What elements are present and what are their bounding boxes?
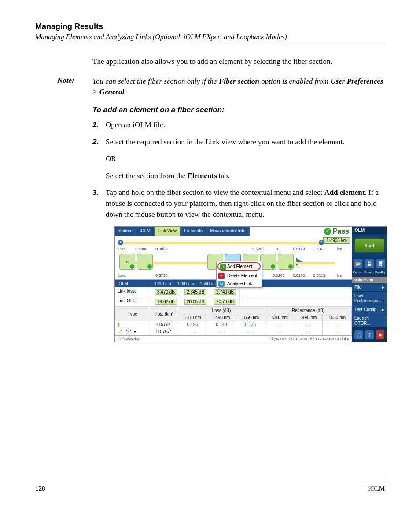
ll-1490: 2.845 dB (184, 289, 206, 295)
step-2b: Select the section from the Elements tab… (106, 171, 385, 182)
total-distance-badge: 1.4905 km (323, 237, 350, 244)
tab-measurement-info[interactable]: Measurement Info (206, 227, 250, 236)
chevron-right-icon: ▸ (382, 307, 384, 312)
tab-iolm[interactable]: iOLM (136, 227, 155, 236)
len-km: km (331, 273, 348, 278)
summary-title: iOLM (115, 280, 151, 287)
step-2-num: 2. (92, 137, 106, 148)
step-2b-bold: Elements (188, 172, 217, 180)
note-b1: Fiber section (219, 77, 259, 85)
menu-test-config[interactable]: Test Config.▸ (352, 305, 387, 314)
minus-icon: − (218, 273, 225, 279)
r0-r2: --- (294, 321, 323, 328)
procedure-title: To add an element on a fiber section: (92, 106, 385, 114)
link-loss-row: Link loss: 3.470 dB 2.845 dB 2.749 dB (115, 287, 352, 297)
event-icon: ▮ (117, 322, 120, 327)
step-1: 1. Open an iOLM file. (92, 120, 385, 131)
step-2-or: OR (106, 154, 385, 165)
pos-1: 0.0030 (153, 247, 170, 251)
ll-1550: 2.749 dB (214, 289, 236, 295)
status-right: Filename: 1310 1490 1550 Close events.io… (269, 337, 349, 341)
note-label: Note: (35, 76, 92, 85)
tab-link-view[interactable]: Link View (155, 227, 181, 236)
menu-launch-otdr[interactable]: Launch OTDR... (352, 314, 387, 328)
step-3-pre: Tap and hold on the fiber section to vie… (106, 188, 324, 197)
element-node-4[interactable] (260, 254, 276, 270)
step-2: 2. Select the required section in the Li… (92, 137, 385, 148)
pass-label: Pass (333, 227, 349, 235)
menu-file[interactable]: File▸ (352, 283, 387, 292)
section-subtitle: Managing Elements and Analyzing Links (O… (35, 33, 385, 44)
sidebar-title: iOLM (352, 227, 387, 234)
marker-a-icon[interactable]: A (118, 240, 123, 245)
note-b2: User Preferences (330, 77, 383, 85)
tab-source[interactable]: Source (115, 227, 136, 236)
link-view-area: 1.4905 km A B Pos. 0.0000 0.0030 0.5767 … (115, 236, 352, 279)
config-label: Config. (375, 270, 386, 274)
open-button[interactable]: 📂 (353, 259, 363, 268)
len-4: 0.0201 (270, 273, 287, 278)
ll-1310: 3.470 dB (155, 289, 177, 295)
note-block: Note: You can select the fiber section o… (35, 76, 385, 98)
chevron-right-icon: ▸ (382, 285, 384, 290)
th-l-1550: 1550 nm (236, 314, 265, 321)
pos-6: 0.6 (310, 247, 328, 251)
step-1-body: Open an iOLM file. (106, 120, 385, 131)
info-button[interactable]: ⓘ (354, 330, 363, 339)
r1-type: 1:2* (124, 329, 132, 334)
help-button[interactable]: ? (365, 330, 374, 339)
step-3: 3. Tap and hold on the fiber section to … (92, 187, 385, 220)
intro-paragraph: The application also allows you to add a… (92, 56, 385, 67)
dropdown-icon[interactable]: ▾ (133, 329, 137, 334)
element-node-1[interactable] (137, 254, 153, 270)
marker-b-icon[interactable]: B (319, 240, 324, 245)
step-1-num: 1. (92, 120, 106, 131)
step-3-bold: Add element (324, 188, 365, 197)
len-5: 0.0160 (290, 273, 308, 278)
tab-elements[interactable]: Elements (181, 227, 206, 236)
step-3-body: Tap and hold on the fiber section to vie… (106, 187, 385, 220)
step-2b-pre: Select the section from the (106, 172, 188, 180)
close-button[interactable]: ✖ (376, 330, 384, 339)
pos-5: 0.6128 (290, 247, 308, 251)
save-button[interactable]: 💾 (365, 259, 374, 268)
pass-icon (324, 228, 331, 235)
page-footer: 128 iOLM (35, 482, 385, 492)
r1-l1: --- (178, 328, 207, 335)
table-row[interactable]: ⎇ 1:2* ▾ 0.5767* --- --- --- --- --- --- (115, 328, 352, 335)
context-menu: + Add Element... − Delete Element ↻ Anal… (216, 261, 262, 288)
menu-user-preferences[interactable]: User Preferences... (352, 292, 387, 305)
app-screenshot: Source iOLM Link View Elements Measureme… (114, 226, 387, 342)
overview-slider[interactable]: A B (120, 242, 322, 244)
config-button[interactable]: 📊 (376, 259, 386, 268)
len-label: Len. (118, 273, 130, 278)
status-bar: DefaultSetup Filename: 1310 1490 1550 Cl… (115, 335, 352, 342)
len-6: 0.0113 (310, 273, 328, 278)
step-2b-post: tab. (217, 172, 230, 180)
step-2-body: Select the required section in the Link … (106, 137, 385, 148)
chart-icon: 📊 (378, 261, 383, 266)
pos-km: km (331, 247, 348, 251)
table-row[interactable]: ▮ 0.5767 0.196 0.148 0.136 --- --- --- (115, 321, 352, 328)
folder-icon: 📂 (355, 261, 361, 266)
step-3-num: 3. (92, 187, 106, 198)
th-refl: Reflectance (dB) (265, 307, 351, 314)
th-r-1550: 1550 nm (323, 314, 352, 321)
element-node-start[interactable]: A (119, 254, 135, 270)
orl-1550: 20.73 dB (214, 299, 236, 305)
len-1: 0.5738 (153, 273, 170, 278)
start-button[interactable]: Start (354, 238, 384, 253)
events-table: Type Pos. (km) Loss (dB) Reflectance (dB… (115, 307, 352, 335)
r1-l2: --- (207, 328, 236, 335)
context-add-element[interactable]: + Add Element... (217, 262, 261, 271)
context-del-label: Delete Element (227, 273, 257, 278)
element-node-5[interactable] (278, 254, 294, 270)
note-post: . (124, 88, 126, 96)
close-icon: ✖ (378, 332, 382, 338)
th-r-1310: 1310 nm (265, 314, 294, 321)
r0-r3: --- (323, 321, 352, 328)
page-number: 128 (35, 485, 45, 492)
context-analyze-link[interactable]: ↻ Analyze Link (217, 279, 262, 287)
section-title: Managing Results (35, 22, 385, 31)
context-delete-element[interactable]: − Delete Element (217, 272, 262, 279)
